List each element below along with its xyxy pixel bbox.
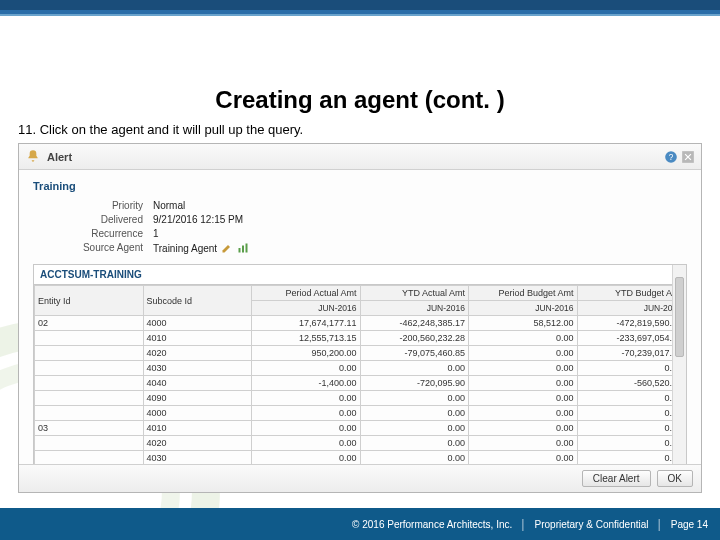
col-header: Period Actual Amt: [252, 286, 361, 301]
footer-confidential: Proprietary & Confidential: [535, 519, 649, 530]
window-title: Alert: [47, 151, 72, 163]
footer-copyright: © 2016 Performance Architects, Inc.: [352, 519, 512, 530]
slide-header: [0, 0, 720, 60]
help-icon[interactable]: ?: [664, 150, 678, 164]
window-footer: Clear Alert OK: [19, 464, 701, 492]
col-subheader: JUN-2016: [469, 301, 578, 316]
table-row[interactable]: 40900.000.000.000.00: [35, 391, 686, 406]
source-agent-value[interactable]: Training Agent: [153, 243, 217, 254]
svg-text:?: ?: [669, 152, 674, 161]
delivered-value: 9/21/2016 12:15 PM: [153, 214, 687, 225]
table-row[interactable]: 40200.000.000.000.00: [35, 436, 686, 451]
col-header: Period Budget Amt: [469, 286, 578, 301]
window-titlebar: Alert ?: [19, 144, 701, 170]
table-row[interactable]: 02400017,674,177.11-462,248,385.1758,512…: [35, 316, 686, 331]
vertical-scrollbar[interactable]: [672, 265, 686, 466]
alert-window: Alert ? Training Priority Normal Deliver…: [18, 143, 702, 493]
results-table: Entity IdSubcode IdPeriod Actual AmtYTD …: [34, 285, 686, 466]
delivered-label: Delivered: [63, 214, 153, 225]
source-agent-label: Source Agent: [63, 242, 153, 254]
section-title: Training: [33, 180, 687, 192]
col-header: YTD Actual Amt: [360, 286, 469, 301]
chart-icon[interactable]: [237, 242, 249, 254]
slide-footer: © 2016 Performance Architects, Inc. │ Pr…: [0, 508, 720, 540]
slide-title: Creating an agent (cont. ): [0, 86, 720, 114]
instruction-step: 11. Click on the agent and it will pull …: [18, 122, 702, 137]
table-row[interactable]: 401012,555,713.15-200,560,232.280.00-233…: [35, 331, 686, 346]
col-subheader: JUN-2016: [360, 301, 469, 316]
results-table-container: ACCTSUM-TRAINING Entity IdSubcode IdPeri…: [33, 264, 687, 467]
col-header: Subcode Id: [143, 286, 252, 316]
bell-icon: [25, 149, 41, 165]
priority-label: Priority: [63, 200, 153, 211]
recurrence-value: 1: [153, 228, 687, 239]
recurrence-label: Recurrence: [63, 228, 153, 239]
col-subheader: JUN-2016: [577, 301, 686, 316]
table-row[interactable]: 40000.000.000.000.00: [35, 406, 686, 421]
close-icon[interactable]: [681, 150, 695, 164]
col-header: Entity Id: [35, 286, 144, 316]
svg-rect-4: [242, 246, 244, 253]
table-row[interactable]: 4040-1,400.00-720,095.900.00-560,520.00: [35, 376, 686, 391]
table-row[interactable]: 4020950,200.00-79,075,460.850.00-70,239,…: [35, 346, 686, 361]
metadata-grid: Priority Normal Delivered 9/21/2016 12:1…: [63, 200, 687, 254]
table-title: ACCTSUM-TRAINING: [40, 269, 142, 280]
ok-button[interactable]: OK: [657, 470, 693, 487]
priority-value: Normal: [153, 200, 687, 211]
col-header: YTD Budget Amt: [577, 286, 686, 301]
clear-alert-button[interactable]: Clear Alert: [582, 470, 651, 487]
table-row[interactable]: 0340100.000.000.000.00: [35, 421, 686, 436]
svg-rect-5: [246, 244, 248, 253]
col-subheader: JUN-2016: [252, 301, 361, 316]
svg-rect-3: [239, 248, 241, 253]
table-row[interactable]: 40300.000.000.000.00: [35, 361, 686, 376]
pencil-icon[interactable]: [221, 242, 233, 254]
footer-page: Page 14: [671, 519, 708, 530]
